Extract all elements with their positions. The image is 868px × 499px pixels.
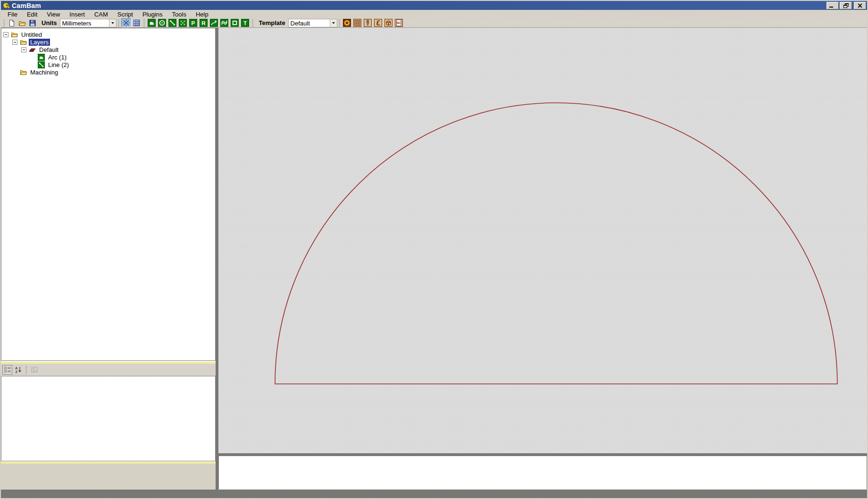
units-combobox[interactable]: Millimeters [60, 19, 117, 27]
draw-text-button[interactable]: T [240, 18, 250, 27]
axes-icon [122, 19, 130, 27]
cam-pocket-button[interactable] [352, 18, 363, 27]
engrave-icon [374, 19, 382, 27]
cam-3dprofile-button[interactable] [384, 18, 394, 27]
drawing-canvas[interactable] [218, 28, 867, 453]
prop-pages-icon [31, 366, 38, 374]
toolbar-grip[interactable] [252, 19, 253, 27]
property-pages-button [29, 365, 39, 374]
draw-points-button[interactable] [178, 18, 188, 27]
chevron-down-icon [332, 22, 335, 24]
toolbar-grip[interactable] [339, 19, 340, 27]
template-value: Default [289, 19, 330, 27]
semicircle-shape [218, 28, 867, 453]
tree-item-arc-1[interactable]: Arc (1) [1, 53, 215, 61]
tree-item-line-2[interactable]: Line (2) [1, 61, 215, 68]
menu-bar: FileEditViewInsertCAMScriptPluginsToolsH… [1, 10, 867, 18]
region-icon [231, 19, 239, 27]
tree-collapse-toggle[interactable] [3, 32, 8, 37]
menu-edit[interactable]: Edit [22, 10, 42, 18]
surface-icon [220, 19, 228, 27]
circle-icon [158, 19, 166, 27]
svg-text:NC: NC [397, 21, 401, 25]
cam-engrave-button[interactable] [373, 18, 384, 27]
alphabetical-button[interactable]: AZ [13, 365, 23, 374]
drill-icon [343, 19, 351, 27]
menu-view[interactable]: View [42, 10, 65, 18]
new-file-icon [8, 19, 16, 27]
draw-region-button[interactable] [230, 18, 240, 27]
draw-rectangle-button[interactable]: R [199, 18, 209, 27]
cam-profile-button[interactable] [363, 18, 373, 27]
tree-item-label[interactable]: Machining [29, 69, 59, 76]
tree-item-label[interactable]: Default [38, 46, 60, 53]
cambam-logo-icon [3, 2, 10, 9]
draw-arc-button[interactable] [147, 18, 157, 27]
tree-item-label[interactable]: Line (2) [47, 61, 70, 68]
message-log[interactable] [218, 456, 867, 490]
restore-icon [843, 3, 849, 8]
tree-item-layers[interactable]: Layers [1, 38, 215, 46]
layer-icon [29, 46, 36, 53]
minimize-button[interactable] [826, 2, 839, 9]
tree-item-default[interactable]: Default [1, 46, 215, 53]
menu-script[interactable]: Script [113, 10, 138, 18]
window-title: CamBam [12, 2, 826, 9]
template-label: Template [255, 19, 288, 26]
template-combobox[interactable]: Default [288, 19, 337, 27]
toolbar-grip[interactable] [143, 19, 145, 27]
save-file-button[interactable] [27, 18, 38, 27]
template-dropdown-button[interactable] [330, 19, 337, 27]
menu-cam[interactable]: CAM [90, 10, 113, 18]
tree-collapse-toggle[interactable] [21, 47, 26, 52]
close-icon: × [857, 2, 863, 9]
folder-icon [20, 69, 27, 76]
property-description-panel [1, 464, 216, 490]
toolbar-grip[interactable] [3, 19, 5, 27]
main-toolbar: Units Millimeters PRT Template Default N… [1, 18, 867, 28]
toolbar-grip[interactable] [118, 19, 119, 27]
menu-tools[interactable]: Tools [167, 10, 191, 18]
units-dropdown-button[interactable] [109, 19, 116, 27]
menu-insert[interactable]: Insert [65, 10, 90, 18]
svg-text:P: P [192, 20, 195, 26]
right-panel [218, 28, 867, 490]
spline-icon [210, 19, 218, 27]
box3d-icon [384, 19, 392, 27]
points-icon [179, 19, 187, 27]
menu-plugins[interactable]: Plugins [138, 10, 167, 18]
draw-surface-button[interactable] [219, 18, 230, 27]
restore-button[interactable] [840, 2, 852, 9]
property-grid-toolbar: AZ [1, 364, 216, 376]
menu-file[interactable]: File [3, 10, 22, 18]
draw-line-button[interactable] [167, 18, 178, 27]
tree-item-label[interactable]: Layers [29, 39, 50, 46]
tree-item-label[interactable]: Untitled [20, 31, 43, 38]
draw-spline-button[interactable] [209, 18, 219, 27]
units-label: Units [38, 19, 60, 26]
tree-collapse-toggle[interactable] [12, 40, 17, 45]
cam-drill-button[interactable] [342, 18, 352, 27]
tree-item-untitled[interactable]: Untitled [1, 31, 215, 38]
left-panel: UntitledLayersDefaultArc (1)Line (2)Mach… [1, 28, 216, 490]
new-file-button[interactable] [7, 18, 17, 27]
toggle-grid-button[interactable] [132, 18, 142, 27]
tree-item-label[interactable]: Arc (1) [47, 54, 68, 61]
folder-icon [11, 31, 18, 38]
toggle-axes-button[interactable] [121, 18, 132, 27]
menu-help[interactable]: Help [191, 10, 213, 18]
open-folder-icon [18, 19, 26, 27]
window-body: UntitledLayersDefaultArc (1)Line (2)Mach… [1, 28, 867, 490]
open-file-button[interactable] [17, 18, 27, 27]
property-grid[interactable] [1, 376, 216, 461]
arc-icon [148, 19, 156, 27]
svg-text:T: T [243, 20, 247, 26]
draw-circle-button[interactable] [157, 18, 167, 27]
cam-gcode-button[interactable]: NC [394, 18, 404, 27]
grid-icon [133, 19, 141, 27]
draw-polyline-button[interactable]: P [188, 18, 199, 27]
close-button[interactable]: × [854, 2, 866, 9]
tree-item-machining[interactable]: Machining [1, 68, 215, 76]
categorized-button[interactable] [2, 365, 12, 374]
svg-text:Z: Z [15, 370, 17, 374]
